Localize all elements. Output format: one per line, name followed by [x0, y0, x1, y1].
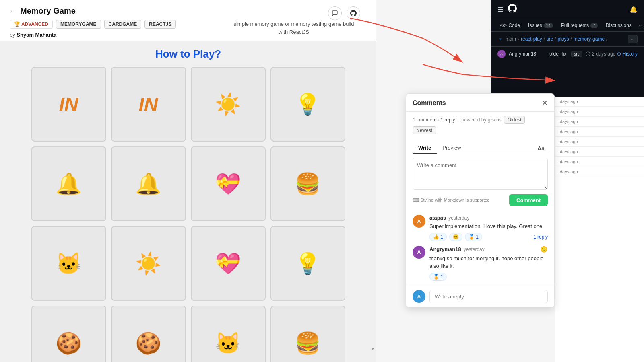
avatar-angryman18: A: [413, 246, 425, 259]
game-title: How to Play?: [10, 48, 367, 60]
description: simple memory game or memory testing gam…: [233, 20, 354, 36]
topbar-icons: ☰: [497, 4, 517, 15]
commit-avatar: A: [497, 50, 506, 58]
card-13[interactable]: 🍪: [31, 306, 106, 362]
card-11[interactable]: 💝: [191, 226, 266, 301]
page-title: Memory Game: [20, 6, 76, 16]
header-icons: [328, 6, 360, 20]
github-topbar: ☰ 🔔: [491, 0, 644, 19]
commit-badge: src: [571, 51, 582, 57]
card-grid: IN IN ☀️ 💡 🔔 🔔 💝 🍔 🐱 ☀️ 💝 💡 🍪 🍪 🐱 🍔: [31, 67, 345, 362]
card-14[interactable]: 🍪: [111, 306, 186, 362]
card-4[interactable]: 💡: [270, 67, 345, 142]
breadcrumb-plays[interactable]: plays: [557, 36, 569, 42]
nav-discussions[interactable]: Discussions: [602, 19, 636, 31]
issues-badge: 14: [544, 23, 553, 28]
powered-by: – powered by giscus: [457, 117, 501, 123]
hamburger-menu[interactable]: ☰: [497, 6, 503, 13]
reply-input[interactable]: [429, 290, 548, 303]
card-6[interactable]: 🔔: [111, 146, 186, 221]
github-breadcrumb: main › react-play / src / plays / memory…: [491, 32, 644, 47]
branch-label: main: [506, 36, 516, 42]
github-icon-btn[interactable]: [347, 6, 360, 20]
chat-icon-btn[interactable]: [328, 6, 342, 20]
comment-item-2: A Angryman18 yesterday 🙂 thankq so much …: [413, 246, 548, 281]
breadcrumb-repo[interactable]: react-play: [521, 36, 542, 42]
comment-text-1: Super implementation. I love this play. …: [429, 222, 548, 230]
card-15[interactable]: 🐱: [191, 306, 266, 362]
comment-count: 1 comment · 1 reply: [413, 117, 455, 123]
reply-count-1[interactable]: 1 reply: [533, 234, 548, 240]
write-tabs: Write Preview Aa: [413, 142, 548, 154]
card-16[interactable]: 🍔: [270, 306, 345, 362]
nav-issues[interactable]: Issues 14: [524, 19, 557, 31]
close-button[interactable]: ✕: [542, 99, 548, 107]
list-item: days ago: [555, 147, 644, 157]
reaction-thumbsup[interactable]: 👍 1: [429, 233, 447, 241]
nav-pull-requests[interactable]: Pull requests 7: [557, 19, 602, 31]
nav-code[interactable]: </> Code: [496, 19, 524, 31]
commit-time: 2 days ago ⊙ History: [586, 51, 638, 57]
list-item: days ago: [555, 137, 644, 147]
game-area: How to Play? IN IN ☀️ 💡 🔔 🔔 💝 🍔 🐱 ☀️ 💝 💡…: [0, 41, 376, 362]
breadcrumb-memory-game[interactable]: memory-game: [574, 36, 605, 42]
comment-meta-1: atapas yesterday: [429, 215, 548, 221]
card-2[interactable]: IN: [111, 67, 186, 142]
comment-body-2: Angryman18 yesterday 🙂 thankq so much fo…: [429, 246, 548, 281]
list-item: days ago: [555, 167, 644, 177]
reply-avatar: A: [413, 290, 425, 303]
card-9[interactable]: 🐱: [31, 226, 106, 301]
sort-oldest[interactable]: Oldest: [504, 116, 525, 124]
nav-more[interactable]: ···: [637, 22, 642, 29]
comment-time-1: yesterday: [448, 215, 469, 221]
reaction-medal-2[interactable]: 🏅 1: [429, 273, 447, 281]
list-item: days ago: [555, 157, 644, 167]
comments-panel: Comments ✕ 1 comment · 1 reply – powered…: [406, 93, 555, 308]
card-5[interactable]: 🔔: [31, 146, 106, 221]
markdown-note: ⌨ Styling with Markdown is supported: [413, 197, 489, 203]
emoji-reaction-btn[interactable]: 🙂: [540, 246, 548, 253]
breadcrumb-src[interactable]: src: [547, 36, 553, 42]
commit-message: folder fix: [548, 51, 566, 57]
card-1[interactable]: IN: [31, 67, 106, 142]
history-link[interactable]: ⊙ History: [617, 51, 638, 57]
write-reply-area: A: [406, 286, 554, 307]
code-icon: </>: [500, 23, 507, 28]
github-nav: </> Code Issues 14 Pull requests 7 Discu…: [491, 19, 644, 32]
card-10[interactable]: ☀️: [111, 226, 186, 301]
list-item: days ago: [555, 117, 644, 127]
github-logo: [508, 4, 517, 15]
tag-advanced: 🏆 ADVANCED: [10, 20, 53, 29]
reaction-medal[interactable]: 🏅 1: [465, 233, 482, 241]
scroll-down-indicator[interactable]: ▼: [370, 346, 375, 352]
comments-list: A atapas yesterday Super implementation.…: [406, 210, 554, 286]
card-7[interactable]: 💝: [191, 146, 266, 221]
page-header: ← Memory Game simple memory game or memo…: [0, 0, 376, 41]
tab-write[interactable]: Write: [413, 142, 437, 154]
tab-preview[interactable]: Preview: [437, 142, 466, 154]
card-12[interactable]: 💡: [270, 226, 345, 301]
reaction-row-2: 🏅 1: [429, 273, 548, 281]
list-item: days ago: [555, 107, 644, 117]
comment-author-2: Angryman18: [429, 246, 461, 252]
notification-bell[interactable]: 🔔: [630, 6, 638, 13]
tag-cardgame: CARDGAME: [104, 20, 142, 29]
comment-submit-btn[interactable]: Comment: [509, 194, 548, 206]
reaction-row-1: 👍 1 😊 🏅 1 1 reply: [429, 233, 548, 241]
breadcrumb-more-btn[interactable]: ···: [628, 35, 638, 43]
comments-title: Comments: [413, 99, 446, 107]
sort-newest[interactable]: Newest: [413, 126, 436, 134]
list-item: days ago: [555, 127, 644, 137]
avatar-atapas: A: [413, 215, 425, 228]
font-size-toggle[interactable]: Aa: [534, 143, 548, 154]
card-8[interactable]: 🍔: [270, 146, 345, 221]
main-page: ← Memory Game simple memory game or memo…: [0, 0, 376, 362]
back-button[interactable]: ←: [10, 7, 17, 15]
comments-meta: 1 comment · 1 reply – powered by giscus …: [406, 112, 554, 138]
github-file-row: A Angryman18 folder fix src 2 days ago ⊙…: [491, 47, 644, 61]
comment-item-1: A atapas yesterday Super implementation.…: [413, 215, 548, 241]
pr-badge: 7: [590, 23, 598, 28]
comment-textarea[interactable]: [413, 158, 548, 190]
reaction-smile[interactable]: 😊: [449, 233, 462, 241]
card-3[interactable]: ☀️: [191, 67, 266, 142]
